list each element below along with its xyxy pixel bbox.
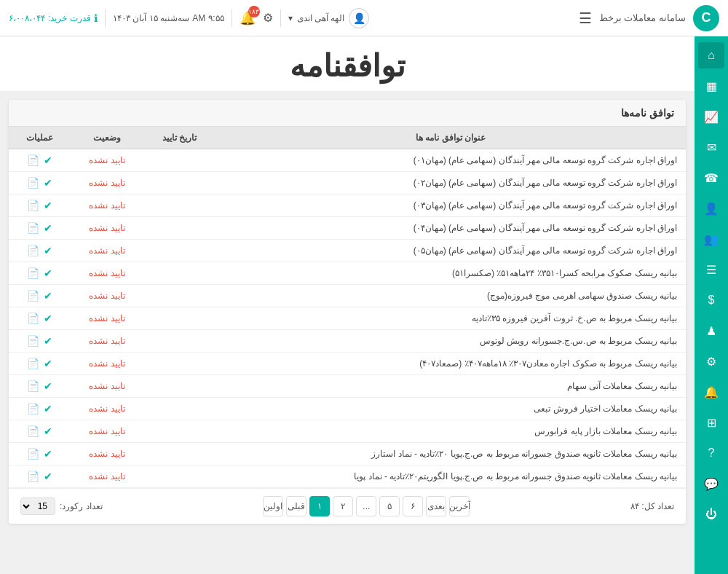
check-icon[interactable]: ✔: [44, 290, 52, 302]
sidebar-item-settings[interactable]: ⚙: [698, 348, 724, 374]
credit-label: قدرت خرید:: [48, 13, 91, 23]
sidebar-item-dollar[interactable]: $: [698, 287, 724, 313]
page-5-btn[interactable]: ۵: [379, 496, 400, 516]
sidebar-item-list[interactable]: ☰: [698, 256, 724, 283]
row-status: تایید نشده: [70, 262, 143, 285]
check-icon[interactable]: ✔: [44, 267, 52, 279]
status-badge: تایید نشده: [89, 336, 124, 346]
document-icon[interactable]: 📄: [27, 425, 39, 437]
table-row: اوراق اجاره شرکت گروه توسعه مالی مهر آین…: [9, 172, 686, 194]
table-row: اوراق اجاره شرکت گروه توسعه مالی مهر آین…: [9, 217, 686, 240]
row-status: تایید نشده: [70, 443, 143, 465]
check-icon[interactable]: ✔: [44, 222, 52, 234]
status-badge: تایید نشده: [89, 200, 124, 211]
sidebar-item-support[interactable]: ?: [698, 440, 724, 466]
row-date: [144, 353, 216, 375]
sidebar-item-chat[interactable]: 💬: [698, 471, 724, 497]
document-icon[interactable]: 📄: [27, 403, 39, 414]
page-title: توافقنامه: [0, 48, 695, 84]
main-card: توافق نامه‌ها عنوان توافق نامه ها تاریخ …: [9, 100, 686, 524]
sidebar-item-user[interactable]: 👤: [698, 195, 724, 221]
check-icon[interactable]: ✔: [44, 245, 52, 256]
check-icon[interactable]: ✔: [44, 154, 52, 166]
document-icon[interactable]: 📄: [27, 335, 39, 347]
check-icon[interactable]: ✔: [44, 335, 52, 347]
sidebar-item-bell[interactable]: 🔔: [698, 379, 724, 405]
page-6-btn[interactable]: ۶: [403, 496, 423, 516]
page-next-btn[interactable]: بعدی: [426, 496, 446, 516]
document-icon[interactable]: 📄: [27, 245, 39, 256]
settings-header-icon[interactable]: ⚙: [263, 11, 273, 25]
row-status: تایید نشده: [70, 420, 143, 443]
document-icon[interactable]: 📄: [27, 267, 39, 279]
per-page-label: تعداد رکورد:: [60, 501, 103, 511]
document-icon[interactable]: 📄: [27, 312, 39, 324]
page-first-btn[interactable]: اولین: [263, 496, 283, 516]
status-badge: تایید نشده: [89, 268, 124, 278]
row-title: بیانیه ریسک مربوط به ص.س.ج.جسورانه رویش …: [215, 330, 686, 353]
check-icon[interactable]: ✔: [44, 358, 52, 369]
table-row: بیانیه ریسک مربوط به ص.خ. ثروت آفرین فیر…: [9, 307, 686, 330]
page-2-btn[interactable]: ۲: [333, 496, 353, 516]
sidebar-item-chart[interactable]: 📈: [698, 103, 724, 130]
dropdown-icon[interactable]: ▾: [288, 13, 293, 23]
sidebar-item-phone[interactable]: ☎: [698, 165, 724, 191]
col-title: عنوان توافق نامه ها: [215, 127, 686, 149]
page-prev-btn[interactable]: قبلی: [286, 496, 306, 516]
document-icon[interactable]: 📄: [27, 177, 39, 189]
document-icon[interactable]: 📄: [27, 380, 39, 392]
check-icon[interactable]: ✔: [44, 403, 52, 414]
table-row: اوراق اجاره شرکت گروه توسعه مالی مهر آین…: [9, 194, 686, 217]
row-status: تایید نشده: [70, 307, 143, 330]
check-icon[interactable]: ✔: [44, 177, 52, 189]
status-badge: تایید نشده: [89, 313, 124, 323]
check-icon[interactable]: ✔: [44, 380, 52, 392]
sidebar: ⌂ ▦ 📈 ✉ ☎ 👤 👥 ☰ $ ♟ ⚙ 🔔 ⊞ ? 💬 ⏻: [695, 36, 728, 574]
per-page-select: تعداد رکورد: 10 15 20 25 50: [20, 498, 103, 515]
sidebar-item-grid[interactable]: ▦: [698, 73, 724, 99]
page-1-btn[interactable]: ۱: [309, 496, 330, 516]
content-area: توافقنامه توافق نامه‌ها عنوان توافق نامه…: [0, 36, 695, 574]
row-status: تایید نشده: [70, 398, 143, 420]
row-title: اوراق اجاره شرکت گروه توسعه مالی مهر آین…: [215, 194, 686, 217]
row-title: بیانیه ریسک معاملات اختیار فروش تبعی: [215, 398, 686, 420]
check-icon[interactable]: ✔: [44, 200, 52, 211]
col-status: وضعیت: [70, 127, 143, 149]
row-date: [144, 262, 216, 285]
row-title: بیانیه ریسک معاملات آتی سهام: [215, 375, 686, 398]
document-icon[interactable]: 📄: [27, 358, 39, 369]
table-row: بیانیه ریسک معاملات اختیار فروش تبعیتایی…: [9, 398, 686, 420]
row-date: [144, 307, 216, 330]
check-icon[interactable]: ✔: [44, 471, 52, 482]
time-section: ۹:۵۵ AM سه‌شنبه ۱۵ آبان ۱۴۰۳: [113, 13, 224, 23]
table-row: بیانیه ریسک معاملات ثانویه صندوق جسورانه…: [9, 465, 686, 488]
check-icon[interactable]: ✔: [44, 312, 52, 324]
document-icon[interactable]: 📄: [27, 154, 39, 166]
row-date: [144, 285, 216, 307]
sidebar-item-people[interactable]: 👥: [698, 226, 724, 252]
sidebar-item-mail[interactable]: ✉: [698, 134, 724, 160]
document-icon[interactable]: 📄: [27, 448, 39, 460]
sidebar-item-home[interactable]: ⌂: [698, 42, 724, 68]
document-icon[interactable]: 📄: [27, 222, 39, 234]
check-icon[interactable]: ✔: [44, 448, 52, 460]
document-icon[interactable]: 📄: [27, 200, 39, 211]
row-date: [144, 217, 216, 240]
row-actions: ✔ 📄: [9, 285, 70, 307]
sidebar-item-contact[interactable]: ♟: [698, 318, 724, 344]
status-badge: تایید نشده: [89, 155, 124, 165]
per-page-dropdown[interactable]: 10 15 20 25 50: [20, 498, 55, 515]
check-icon[interactable]: ✔: [44, 425, 52, 437]
row-status: تایید نشده: [70, 353, 143, 375]
hamburger-icon[interactable]: ☰: [579, 9, 592, 27]
sidebar-item-table[interactable]: ⊞: [698, 409, 724, 436]
table-row: اوراق اجاره شرکت گروه توسعه مالی مهر آین…: [9, 240, 686, 262]
page-last-btn[interactable]: آخرین: [449, 496, 470, 516]
sidebar-item-power[interactable]: ⏻: [698, 501, 724, 527]
col-date: تاریخ تایید: [144, 127, 216, 149]
row-date: [144, 240, 216, 262]
document-icon[interactable]: 📄: [27, 290, 39, 302]
row-actions: ✔ 📄: [9, 172, 70, 194]
document-icon[interactable]: 📄: [27, 471, 39, 482]
notification-count: ۱۸۳: [248, 6, 260, 17]
